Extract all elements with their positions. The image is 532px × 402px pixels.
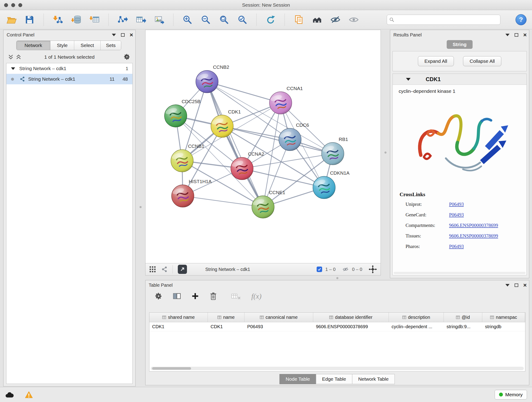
crosslink-value-link[interactable]: P06493 — [449, 244, 464, 249]
export-image-button[interactable] — [153, 14, 165, 25]
node-label: CDKN1A — [330, 170, 349, 176]
vertical-splitter-handle[interactable] — [139, 206, 142, 208]
tab-select[interactable]: Select — [74, 41, 101, 50]
delete-table-icon-disabled[interactable] — [231, 292, 241, 300]
tab-node-table[interactable]: Node Table — [279, 374, 316, 384]
import-network-database-button[interactable] — [70, 14, 82, 25]
results-scrollbar[interactable] — [394, 272, 526, 274]
crosslink-value-link[interactable]: P06493 — [449, 201, 464, 207]
minimize-window-button[interactable] — [11, 3, 15, 7]
edge-CCNB2-CCNB1[interactable] — [182, 82, 207, 161]
show-all-button[interactable] — [348, 14, 360, 25]
tab-sets[interactable]: Sets — [101, 41, 121, 50]
expand-all-icon[interactable] — [16, 54, 21, 60]
table-row[interactable]: CDK1CDK1P064939606.ENSP00000378699cyclin… — [149, 322, 525, 332]
copy-document-button[interactable] — [293, 14, 304, 25]
edge-HIST1H1A-CCNE1[interactable] — [183, 196, 263, 207]
maximize-window-button[interactable] — [18, 3, 22, 7]
edge-CCNB2-CCNE1[interactable] — [207, 82, 263, 207]
open-session-button[interactable] — [6, 14, 17, 25]
node-HIST1H1A[interactable]: HIST1H1A — [172, 179, 212, 207]
crosslink-value-link[interactable]: 9606.ENSP00000378699 — [449, 223, 498, 228]
show-columns-icon[interactable] — [172, 292, 181, 300]
scrollbar-thumb[interactable] — [152, 367, 191, 370]
column-header-canonical-name[interactable]: canonical name — [244, 313, 313, 322]
float-panel-icon[interactable] — [505, 284, 510, 287]
grid-view-icon[interactable] — [149, 266, 156, 273]
import-network-file-button[interactable] — [52, 14, 63, 25]
collapse-all-button[interactable]: Collapse All — [463, 56, 501, 66]
selected-checkbox-icon[interactable] — [317, 267, 322, 272]
table-settings-gear-icon[interactable] — [155, 292, 162, 300]
string-tab-badge[interactable]: String — [447, 40, 473, 49]
crosslink-value-link[interactable]: P06493 — [449, 212, 464, 218]
close-window-button[interactable] — [4, 3, 8, 7]
tree-expand-caret-icon[interactable] — [11, 67, 15, 70]
results-panel: Results Panel × String Expand All Collap… — [390, 30, 529, 278]
node-CDK1[interactable]: CDK1 — [211, 109, 241, 138]
memory-button[interactable]: Memory — [495, 390, 527, 400]
network-options-gear-icon[interactable] — [123, 53, 130, 61]
warning-icon[interactable] — [25, 391, 33, 399]
node-CCNB2[interactable]: CCNB2 — [196, 64, 229, 93]
collapse-all-icon[interactable] — [8, 54, 13, 60]
help-button[interactable]: ? — [515, 14, 526, 25]
zoom-selected-button[interactable] — [237, 14, 248, 25]
network-row[interactable]: String Network – cdk1 11 48 — [6, 74, 133, 84]
edge-CCNA2-CDKN1A[interactable] — [242, 168, 324, 187]
protein-header-row[interactable]: CDK1 — [393, 74, 526, 85]
network-view[interactable]: CCNB2CCNA1CDC25BCDK1CDC6RB1CCNB1CCNA2CDK… — [145, 30, 381, 263]
tab-edge-table[interactable]: Edge Table — [316, 374, 352, 384]
node-CDKN1A[interactable]: CDKN1A — [313, 170, 350, 199]
node-CCNB1[interactable]: CCNB1 — [171, 143, 204, 172]
expand-all-button[interactable]: Expand All — [418, 56, 454, 66]
close-panel-icon[interactable]: × — [130, 32, 133, 37]
home-button[interactable] — [311, 14, 323, 25]
column-header-description[interactable]: description — [389, 313, 444, 322]
fit-content-crosshair-icon[interactable] — [369, 265, 377, 274]
float-panel-icon[interactable] — [112, 34, 116, 36]
search-input[interactable] — [396, 17, 498, 22]
column-header-name[interactable]: name — [208, 313, 244, 322]
crosslink-value-link[interactable]: 9606.ENSP00000378699 — [449, 233, 498, 239]
export-table-button[interactable] — [135, 14, 147, 25]
maximize-panel-icon[interactable] — [121, 33, 125, 37]
cloud-icon[interactable] — [5, 391, 14, 398]
network-share-small-icon[interactable] — [161, 266, 167, 273]
vertical-splitter-handle[interactable] — [385, 152, 386, 153]
save-session-button[interactable] — [24, 14, 35, 25]
column-header-database-identifier[interactable]: database identifier — [313, 313, 389, 322]
refresh-view-button[interactable] — [265, 14, 276, 25]
zoom-in-button[interactable] — [182, 14, 193, 25]
float-panel-icon[interactable] — [505, 34, 510, 36]
zoom-fit-button[interactable] — [218, 14, 230, 25]
column-header-shared-name[interactable]: shared name — [149, 313, 208, 322]
delete-column-trash-icon[interactable] — [209, 292, 217, 300]
maximize-panel-icon[interactable] — [515, 283, 518, 287]
tab-style[interactable]: Style — [51, 41, 74, 50]
add-column-plus-icon[interactable] — [191, 292, 199, 300]
collapse-section-caret-icon[interactable] — [406, 78, 411, 81]
node-CCNA1[interactable]: CCNA1 — [269, 86, 303, 114]
edge-CCNB2-CCNA1[interactable] — [207, 82, 280, 103]
zoom-out-button[interactable] — [200, 14, 211, 25]
node-CDC25B[interactable]: CDC25B — [165, 99, 201, 127]
tab-network-table[interactable]: Network Table — [352, 374, 395, 384]
function-builder-icon[interactable]: f(x) — [251, 292, 261, 300]
maximize-panel-icon[interactable] — [515, 33, 518, 37]
current-network-name: String Network – cdk1 — [205, 267, 250, 272]
close-panel-icon[interactable]: × — [523, 283, 527, 287]
open-in-window-button[interactable] — [178, 265, 187, 274]
node-RB1[interactable]: RB1 — [322, 137, 348, 165]
toolbar-separator — [256, 13, 257, 26]
hidden-eye-slash-icon[interactable] — [342, 266, 349, 272]
close-panel-icon[interactable]: × — [523, 32, 527, 37]
horizontal-splitter-handle[interactable] — [336, 277, 338, 279]
column-header--id[interactable]: @id — [444, 313, 482, 322]
column-header-namespac[interactable]: namespac — [482, 313, 525, 322]
network-collection-row[interactable]: String Network – cdk1 1 — [6, 63, 133, 74]
tab-network[interactable]: Network — [17, 41, 51, 50]
export-network-button[interactable] — [117, 14, 128, 25]
import-table-file-button[interactable] — [89, 14, 100, 25]
hide-selected-button[interactable] — [330, 14, 341, 25]
